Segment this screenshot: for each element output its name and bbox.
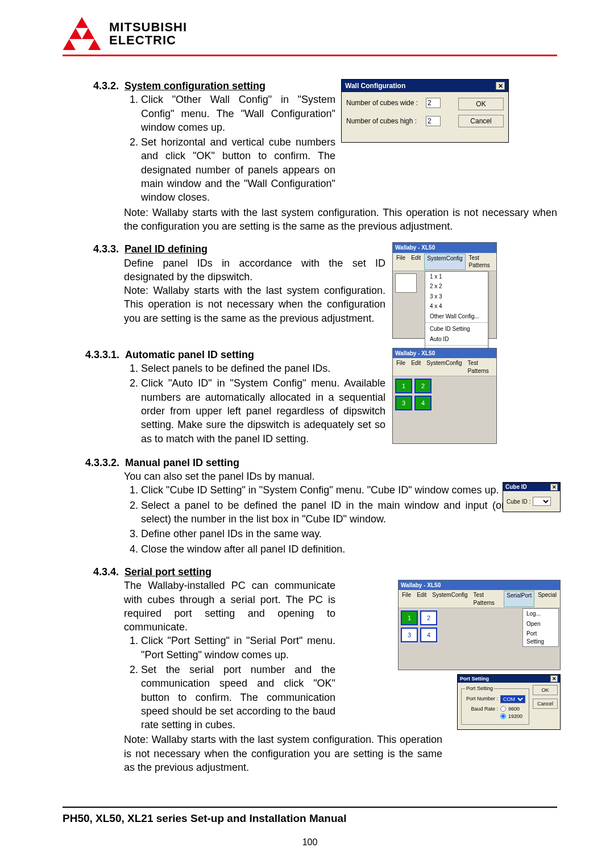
wall-configuration-dialog: Wall Configuration ✕ Number of cubes wid… <box>341 79 509 143</box>
menu-item-log[interactable]: Log... <box>523 609 558 619</box>
close-icon[interactable]: ✕ <box>550 484 558 491</box>
wallaby-window-serialport-menu: Wallaby - XL50 File Edit SystemConfig Te… <box>398 580 561 671</box>
menu-serialport[interactable]: SerialPort <box>504 591 534 607</box>
ok-button[interactable]: OK <box>458 98 504 110</box>
menu-item-port-setting[interactable]: Port Setting <box>523 629 558 646</box>
baud-19200-label: 19200 <box>508 713 522 720</box>
svg-marker-3 <box>82 28 94 39</box>
svg-marker-2 <box>63 39 76 50</box>
menu-testpatterns[interactable]: Test Patterns <box>467 254 495 270</box>
cube-id-select[interactable] <box>533 497 551 506</box>
sec-433-title: Panel ID defining <box>125 243 208 255</box>
cubes-wide-label: Number of cubes wide : <box>346 98 426 107</box>
sec-434-step-1: Click "Port Setting" in "Serial Port" me… <box>141 634 335 662</box>
panel-3[interactable]: 3 <box>395 396 412 410</box>
sec-4331-num: 4.3.3.1. <box>85 349 119 360</box>
panel-2[interactable]: 2 <box>414 379 432 393</box>
panel-4[interactable]: 4 <box>420 628 437 642</box>
menu-item-other-wall-config[interactable]: Other Wall Config... <box>425 312 488 322</box>
cube-id-dialog: Cube ID ✕ Cube ID : <box>503 482 561 513</box>
menu-systemconfig[interactable]: SystemConfig <box>424 254 465 270</box>
sec-433-num: 4.3.3. <box>93 243 119 255</box>
sec-4331-title: Automatic panel ID setting <box>125 349 254 360</box>
footer-title: PH50, XL50, XL21 series Set-up and Insta… <box>63 812 557 825</box>
page-number: 100 <box>63 837 557 848</box>
cancel-button[interactable]: Cancel <box>458 115 504 127</box>
menu-edit[interactable]: Edit <box>409 359 423 375</box>
sec-4332-step-4: Close the window after all panel ID defi… <box>141 542 505 556</box>
svg-marker-4 <box>88 39 101 50</box>
menu-item-auto-id[interactable]: Auto ID <box>425 334 488 344</box>
sec-432-title: System configuration setting <box>125 80 265 92</box>
sec-433-note: Note: Wallaby starts with the last syste… <box>124 284 385 325</box>
panel-1[interactable]: 1 <box>395 379 412 393</box>
close-icon[interactable]: ✕ <box>550 675 558 682</box>
svg-marker-0 <box>76 17 88 28</box>
panel-1[interactable]: 1 <box>401 610 418 625</box>
menu-file[interactable]: File <box>400 591 413 607</box>
footer-divider <box>63 807 557 808</box>
menu-file[interactable]: File <box>394 359 408 375</box>
sec-434-step-2: Set the serial port number and the commu… <box>141 663 335 732</box>
menu-item-cube-id-setting[interactable]: Cube ID Setting <box>425 324 488 334</box>
menu-item-open[interactable]: Open <box>523 619 558 629</box>
wallaby-title: Wallaby - XL50 <box>393 243 496 253</box>
cubes-wide-input[interactable] <box>426 98 441 108</box>
wall-config-title: Wall Configuration <box>345 81 405 90</box>
port-setting-title: Port Setting <box>460 675 489 682</box>
wallaby-window-grid: Wallaby - XL50 File Edit SystemConfig Te… <box>392 348 497 445</box>
sec-4332-step-3: Define other panel IDs in the same way. <box>141 527 505 541</box>
sec-4332-intro: You can also set the panel IDs by manual… <box>124 470 557 483</box>
menu-testpatterns[interactable]: Test Patterns <box>471 591 503 607</box>
menu-testpatterns[interactable]: Test Patterns <box>466 359 495 375</box>
baud-19200-radio[interactable] <box>500 713 506 719</box>
ok-button[interactable]: OK <box>533 685 558 695</box>
sec-4331-step-2: Click "Auto ID" in "System Config" menu.… <box>141 376 385 445</box>
close-icon[interactable]: ✕ <box>496 82 505 90</box>
sec-434-note: Note: Wallaby starts with the last syste… <box>124 733 442 774</box>
logo-text-top: MITSUBISHI <box>109 20 187 34</box>
menu-item-1x1[interactable]: 1 x 1 <box>425 272 488 282</box>
header: MITSUBISHI ELECTRIC <box>63 17 557 56</box>
cube-id-title: Cube ID <box>505 483 527 491</box>
sec-432-step-1: Click "Other Wall Config" in "System Con… <box>141 93 335 134</box>
sec-432-step-2: Set horizontal and vertical cube numbers… <box>141 135 335 204</box>
mitsubishi-logo-icon <box>63 17 101 50</box>
menu-item-2x2[interactable]: 2 x 2 <box>425 281 488 292</box>
panel-2[interactable]: 2 <box>420 610 437 625</box>
menu-systemconfig[interactable]: SystemConfig <box>430 591 470 607</box>
baud-9600-label: 9600 <box>508 705 520 712</box>
menu-item-3x3[interactable]: 3 x 3 <box>425 292 488 302</box>
logo-text-bottom: ELECTRIC <box>109 34 187 47</box>
sec-4331-step-1: Select panels to be defined the panel ID… <box>141 362 385 375</box>
menu-file[interactable]: File <box>394 254 408 270</box>
baud-9600-radio[interactable] <box>500 706 506 712</box>
panel-4[interactable]: 4 <box>414 396 432 410</box>
port-setting-dialog: Port Setting ✕ Port Setting Port Number … <box>457 674 561 730</box>
sec-434-para: The Wallaby-installed PC can communicate… <box>124 579 335 634</box>
sec-434-title: Serial port setting <box>125 566 211 578</box>
port-setting-legend: Port Setting <box>465 685 494 692</box>
menu-item-4x4[interactable]: 4 x 4 <box>425 301 488 312</box>
svg-marker-1 <box>69 28 82 39</box>
panel-3[interactable]: 3 <box>401 628 418 642</box>
sec-4332-step-1: Click "Cube ID Setting" in "System Confi… <box>141 483 505 497</box>
sec-432-note: Note: Wallaby starts with the last syste… <box>124 206 557 234</box>
cubes-high-input[interactable] <box>426 116 441 126</box>
cube-id-label: Cube ID : <box>507 498 530 506</box>
menu-edit[interactable]: Edit <box>409 254 423 270</box>
sec-433-para: Define panel IDs in accordance with the … <box>124 256 385 284</box>
serialport-dropdown: Log... Open Port Setting <box>522 608 559 647</box>
cancel-button[interactable]: Cancel <box>533 699 558 709</box>
menu-systemconfig[interactable]: SystemConfig <box>424 359 464 375</box>
port-number-label: Port Number : <box>465 695 498 702</box>
sec-4332-title: Manual panel ID setting <box>125 457 239 468</box>
menu-edit[interactable]: Edit <box>414 591 429 607</box>
menu-special[interactable]: Special <box>536 591 559 607</box>
panel-placeholder <box>395 273 417 293</box>
port-number-select[interactable]: COM 1 <box>500 695 525 703</box>
wallaby-window-systemconfig-menu: Wallaby - XL50 File Edit SystemConfig Te… <box>392 242 497 339</box>
wallaby-grid-title: Wallaby - XL50 <box>393 348 496 359</box>
cubes-high-label: Number of cubes high : <box>346 117 426 126</box>
logo: MITSUBISHI ELECTRIC <box>63 17 187 50</box>
